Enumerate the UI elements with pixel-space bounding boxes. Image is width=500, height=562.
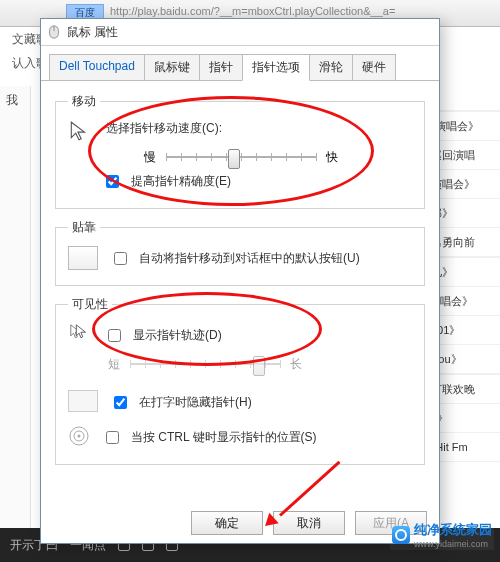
dialog-body: 移动 选择指针移动速度(C): 慢 快 提高	[41, 81, 439, 465]
group-visibility: 可见性 显示指针轨迹(D) 短 长	[55, 296, 425, 465]
hide-pointer-label: 在打字时隐藏指针(H)	[139, 394, 252, 411]
watermark: 纯净系统家园 www.yidaimei.com	[390, 520, 494, 550]
long-label: 长	[290, 356, 302, 373]
left-rail: 我	[0, 86, 31, 532]
short-label: 短	[108, 356, 120, 373]
fast-label: 快	[326, 149, 338, 166]
tab-buttons[interactable]: 鼠标键	[144, 54, 200, 81]
pointer-trails-checkbox[interactable]	[108, 329, 121, 342]
svg-point-3	[78, 435, 81, 438]
slow-label: 慢	[144, 149, 156, 166]
mouse-icon	[47, 25, 61, 39]
mouse-properties-dialog: 鼠标 属性 Dell Touchpad 鼠标键 指针 指针选项 滑轮 硬件 移动…	[40, 18, 440, 544]
snap-to-label: 自动将指针移动到对话框中的默认按钮(U)	[139, 250, 360, 267]
watermark-logo-icon	[392, 526, 410, 544]
tab-wheel[interactable]: 滑轮	[309, 54, 353, 81]
group-snap: 贴靠 自动将指针移动到对话框中的默认按钮(U)	[55, 219, 425, 286]
watermark-brand: 纯净系统家园	[414, 521, 492, 539]
group-legend: 可见性	[68, 296, 112, 313]
ctrl-locate-checkbox[interactable]	[106, 431, 119, 444]
hide-pointer-icon	[68, 390, 98, 412]
dialog-title: 鼠标 属性	[67, 24, 118, 41]
side-letter: 我	[0, 86, 30, 115]
enhance-precision-label: 提高指针精确度(E)	[131, 173, 231, 190]
ok-button[interactable]: 确定	[191, 511, 263, 535]
tab-strip: Dell Touchpad 鼠标键 指针 指针选项 滑轮 硬件	[41, 46, 439, 81]
group-legend: 贴靠	[68, 219, 100, 236]
group-motion: 移动 选择指针移动速度(C): 慢 快 提高	[55, 93, 425, 209]
ctrl-locate-label: 当按 CTRL 键时显示指针的位置(S)	[131, 429, 317, 446]
tab-dell-touchpad[interactable]: Dell Touchpad	[49, 54, 145, 81]
hide-pointer-checkbox[interactable]	[114, 396, 127, 409]
trail-length-slider	[130, 354, 280, 374]
snap-to-icon	[68, 246, 98, 270]
cancel-button[interactable]: 取消	[273, 511, 345, 535]
pointer-trails-label: 显示指针轨迹(D)	[133, 327, 222, 344]
speed-label: 选择指针移动速度(C):	[106, 120, 412, 137]
pointer-speed-slider[interactable]	[166, 147, 316, 167]
tab-pointer-options[interactable]: 指针选项	[242, 54, 310, 81]
address-bar-text: http://play.baidu.com/?__m=mboxCtrl.play…	[110, 5, 395, 17]
tab-hardware[interactable]: 硬件	[352, 54, 396, 81]
snap-to-checkbox[interactable]	[114, 252, 127, 265]
group-legend: 移动	[68, 93, 100, 110]
ctrl-locate-icon	[68, 425, 90, 447]
pointer-speed-icon	[68, 120, 90, 142]
tab-pointers[interactable]: 指针	[199, 54, 243, 81]
pointer-trails-icon	[68, 323, 92, 343]
watermark-url: www.yidaimei.com	[414, 539, 492, 549]
enhance-precision-checkbox[interactable]	[106, 175, 119, 188]
dialog-button-bar: 确定 取消 应用(A	[41, 511, 439, 535]
titlebar[interactable]: 鼠标 属性	[41, 19, 439, 46]
